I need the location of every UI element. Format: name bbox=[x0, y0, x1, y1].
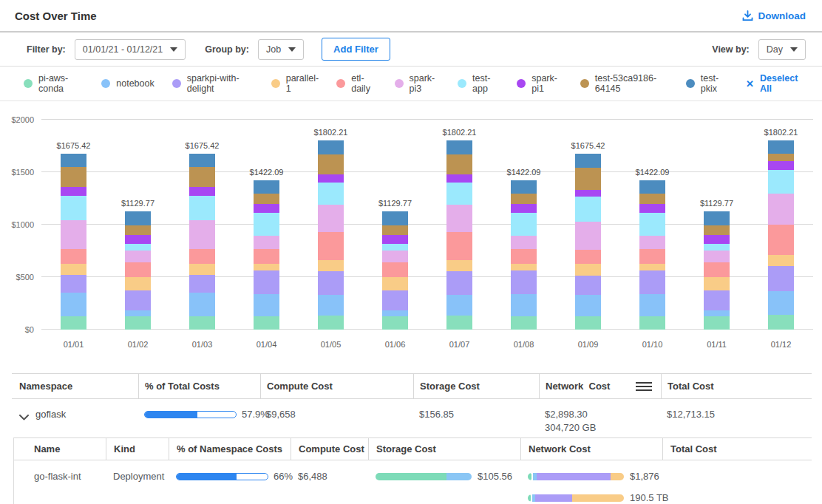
bar-segment-notebook[interactable] bbox=[254, 294, 279, 317]
bar-segment-test-pkix[interactable] bbox=[768, 140, 794, 154]
bar-segment-sparkpi-with-delight[interactable] bbox=[446, 271, 472, 295]
bar-segment-pi-aws-conda[interactable] bbox=[61, 316, 86, 330]
bar-segment-parallel-1[interactable] bbox=[254, 264, 279, 270]
bar-segment-etl-daily[interactable] bbox=[382, 262, 408, 278]
bar-segment-pi-aws-conda[interactable] bbox=[575, 316, 601, 330]
bar-segment-test-app[interactable] bbox=[382, 244, 408, 251]
bar-segment-parallel-1[interactable] bbox=[704, 277, 730, 290]
bar-segment-test-pkix[interactable] bbox=[704, 211, 730, 225]
bar-segment-spark-pi3[interactable] bbox=[639, 236, 665, 249]
bar-segment-spark-pi3[interactable] bbox=[189, 220, 215, 249]
column-menu-icon[interactable] bbox=[636, 381, 652, 392]
bar-segment-test-53ca9186-64145[interactable] bbox=[768, 154, 794, 161]
bar-segment-sparkpi-with-delight[interactable] bbox=[704, 290, 730, 310]
workload-row-go-flask-int[interactable]: go-flask-int Deployment 66% $6,488 $105.… bbox=[14, 460, 812, 504]
bar-segment-pi-aws-conda[interactable] bbox=[446, 316, 472, 330]
bar-segment-test-pkix[interactable] bbox=[511, 180, 537, 194]
bar-segment-etl-daily[interactable] bbox=[125, 262, 151, 278]
bar-segment-spark-pi1[interactable] bbox=[704, 235, 730, 244]
bar-segment-test-53ca9186-64145[interactable] bbox=[382, 225, 408, 236]
bar-segment-spark-pi1[interactable] bbox=[575, 190, 601, 197]
bar-segment-parallel-1[interactable] bbox=[125, 277, 151, 290]
legend-item-parallel-1[interactable]: parallel-1 bbox=[271, 73, 319, 94]
legend-item-sparkpi-with-delight[interactable]: sparkpi-with-delight bbox=[172, 73, 254, 94]
legend-item-test-app[interactable]: test-app bbox=[458, 73, 499, 94]
bar-segment-test-app[interactable] bbox=[511, 213, 537, 236]
bar-segment-sparkpi-with-delight[interactable] bbox=[511, 270, 537, 293]
bar-segment-test-53ca9186-64145[interactable] bbox=[511, 194, 537, 204]
bar-segment-test-53ca9186-64145[interactable] bbox=[61, 167, 86, 188]
bar-segment-pi-aws-conda[interactable] bbox=[382, 316, 408, 330]
bar-segment-test-app[interactable] bbox=[318, 183, 344, 205]
bar-segment-notebook[interactable] bbox=[768, 291, 794, 315]
legend-item-pi-aws-conda[interactable]: pi-aws-conda bbox=[24, 73, 84, 94]
bar-segment-test-pkix[interactable] bbox=[125, 211, 151, 225]
bar-segment-sparkpi-with-delight[interactable] bbox=[189, 275, 215, 293]
bar-segment-notebook[interactable] bbox=[125, 310, 151, 316]
bar-segment-pi-aws-conda[interactable] bbox=[704, 316, 730, 330]
bar-segment-spark-pi1[interactable] bbox=[61, 187, 86, 196]
bar-segment-test-53ca9186-64145[interactable] bbox=[704, 225, 730, 236]
bar-segment-etl-daily[interactable] bbox=[768, 225, 794, 255]
bar-segment-notebook[interactable] bbox=[446, 295, 472, 316]
bar-segment-sparkpi-with-delight[interactable] bbox=[318, 271, 344, 295]
bar-segment-sparkpi-with-delight[interactable] bbox=[382, 290, 408, 310]
bar-segment-spark-pi3[interactable] bbox=[61, 220, 86, 249]
bar-segment-spark-pi1[interactable] bbox=[639, 204, 665, 213]
bar-segment-test-app[interactable] bbox=[704, 244, 730, 251]
bar-segment-spark-pi3[interactable] bbox=[318, 205, 344, 232]
bar-segment-parallel-1[interactable] bbox=[61, 264, 86, 275]
date-range-select[interactable]: 01/01/21 - 01/12/21 bbox=[75, 39, 186, 60]
bar-segment-pi-aws-conda[interactable] bbox=[189, 316, 215, 330]
bar-segment-spark-pi3[interactable] bbox=[704, 251, 730, 262]
bar-segment-parallel-1[interactable] bbox=[318, 260, 344, 271]
bar-segment-test-pkix[interactable] bbox=[61, 154, 86, 166]
bar-segment-test-53ca9186-64145[interactable] bbox=[125, 225, 151, 236]
bar-segment-test-app[interactable] bbox=[575, 197, 601, 222]
bar-segment-notebook[interactable] bbox=[639, 294, 665, 317]
bar-segment-parallel-1[interactable] bbox=[511, 264, 537, 270]
bar-segment-spark-pi3[interactable] bbox=[382, 251, 408, 262]
bar-segment-notebook[interactable] bbox=[382, 310, 408, 316]
bar-segment-sparkpi-with-delight[interactable] bbox=[768, 266, 794, 291]
chevron-down-icon[interactable] bbox=[19, 412, 29, 423]
bar-segment-test-pkix[interactable] bbox=[318, 140, 344, 154]
bar-segment-pi-aws-conda[interactable] bbox=[254, 316, 279, 330]
bar-segment-test-pkix[interactable] bbox=[382, 211, 408, 225]
bar-segment-test-app[interactable] bbox=[639, 213, 665, 236]
legend-item-test-pkix[interactable]: test-pkix bbox=[686, 73, 728, 94]
bar-segment-test-53ca9186-64145[interactable] bbox=[318, 154, 344, 174]
bar-segment-etl-daily[interactable] bbox=[61, 249, 86, 264]
bar-segment-spark-pi3[interactable] bbox=[575, 222, 601, 250]
bar-segment-pi-aws-conda[interactable] bbox=[125, 316, 151, 330]
group-by-select[interactable]: Job bbox=[258, 39, 304, 60]
bar-segment-parallel-1[interactable] bbox=[382, 277, 408, 290]
bar-segment-test-app[interactable] bbox=[125, 244, 151, 251]
bar-segment-test-53ca9186-64145[interactable] bbox=[639, 194, 665, 204]
add-filter-button[interactable]: Add Filter bbox=[322, 38, 390, 61]
bar-segment-test-app[interactable] bbox=[254, 213, 279, 236]
bar-segment-test-pkix[interactable] bbox=[575, 154, 601, 168]
bar-segment-sparkpi-with-delight[interactable] bbox=[575, 276, 601, 295]
bar-segment-notebook[interactable] bbox=[704, 310, 730, 316]
bar-segment-pi-aws-conda[interactable] bbox=[318, 316, 344, 330]
deselect-all-button[interactable]: ✕ Deselect All bbox=[746, 73, 803, 94]
bar-segment-spark-pi3[interactable] bbox=[254, 236, 279, 249]
bar-segment-spark-pi3[interactable] bbox=[446, 205, 472, 232]
bar-segment-spark-pi1[interactable] bbox=[511, 204, 537, 213]
bar-segment-test-53ca9186-64145[interactable] bbox=[189, 167, 215, 188]
bar-segment-spark-pi1[interactable] bbox=[382, 235, 408, 244]
bar-segment-sparkpi-with-delight[interactable] bbox=[61, 275, 86, 293]
bar-segment-parallel-1[interactable] bbox=[446, 260, 472, 271]
bar-segment-etl-daily[interactable] bbox=[254, 249, 279, 264]
legend-item-notebook[interactable]: notebook bbox=[101, 78, 154, 89]
bar-segment-test-53ca9186-64145[interactable] bbox=[446, 154, 472, 174]
legend-item-test-53ca9186-64145[interactable]: test-53ca9186-64145 bbox=[580, 73, 668, 94]
bar-segment-spark-pi1[interactable] bbox=[446, 174, 472, 183]
bar-segment-spark-pi3[interactable] bbox=[125, 251, 151, 262]
bar-segment-etl-daily[interactable] bbox=[511, 249, 537, 264]
bar-segment-test-53ca9186-64145[interactable] bbox=[575, 168, 601, 189]
bar-segment-test-pkix[interactable] bbox=[189, 154, 215, 166]
bar-segment-test-app[interactable] bbox=[768, 170, 794, 194]
bar-segment-etl-daily[interactable] bbox=[446, 232, 472, 260]
